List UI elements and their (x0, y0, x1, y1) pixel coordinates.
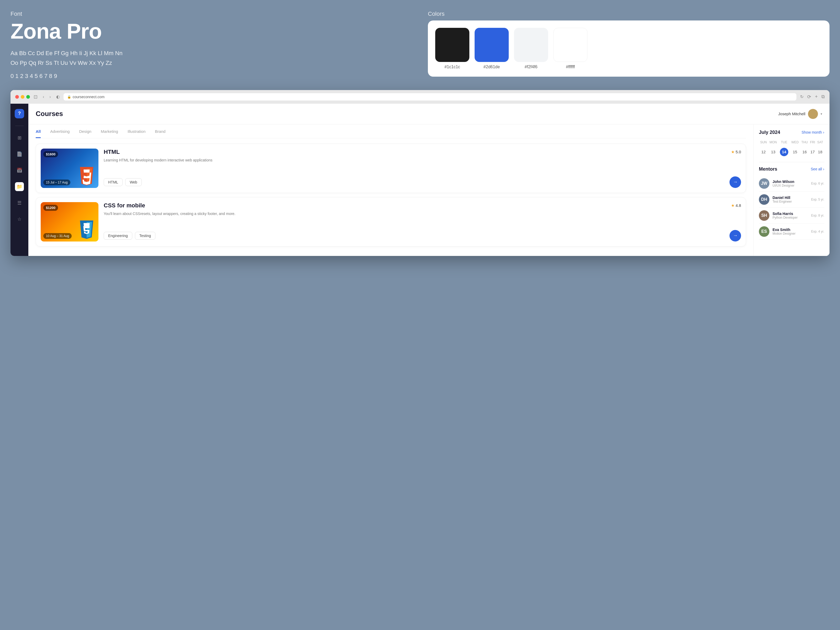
cal-date-13[interactable]: 13 (768, 146, 778, 158)
color-swatch-1 (435, 28, 469, 62)
mentor-name-1: John Wilson (772, 180, 808, 184)
course-date-1: 15 Jul – 17 Aug (43, 180, 70, 185)
color-hex-2: #2d61de (483, 65, 500, 69)
tabs: All Advertising Design Marketing Illustr… (36, 125, 746, 138)
course-rating-1: ★ 5.0 (731, 150, 741, 154)
cal-date-17[interactable]: 17 (809, 146, 816, 158)
sidebar-item-document[interactable]: 📄 (15, 150, 24, 159)
color-item-1: #1c1c1c (435, 28, 469, 69)
mentor-avatar-2: DH (759, 194, 769, 205)
mentors-header: Mentors See all › (759, 166, 824, 172)
share-icon[interactable]: ⟳ (807, 94, 811, 100)
color-item-2: #2d61de (475, 28, 509, 69)
course-card-css: $1200 10 Aug – 31 Aug (36, 197, 746, 246)
star-icon-2: ★ (731, 203, 734, 208)
app-layout: ? ⊞ 📄 📅 📁 ☰ ☆ Courses Joseph Mitchell (11, 104, 829, 256)
color-hex-4: #ffffff (566, 65, 575, 69)
color-swatch-3 (514, 28, 548, 62)
mentor-item-4: ES Eva Smith Motion Designer Exp. 4 yr. (759, 224, 824, 240)
browser-address-bar[interactable]: 🔒 courseconnect.com (63, 93, 797, 101)
cal-date-15[interactable]: 15 (790, 146, 800, 158)
see-all-label: See all (811, 167, 822, 171)
mentors-title: Mentors (759, 166, 777, 172)
cal-date-16[interactable]: 16 (800, 146, 809, 158)
course-image-html: $1600 15 Jul – 17 Aug (41, 148, 98, 188)
sidebar-item-grid[interactable]: ⊞ (15, 133, 24, 142)
mentor-exp-2: Exp. 5 yr. (811, 198, 824, 201)
tag-engineering[interactable]: Engineering (104, 232, 132, 240)
mentor-role-2: Test Engineer (772, 200, 808, 204)
mentor-info-3: Sofia Harris Python Developer (772, 212, 808, 219)
see-all-link[interactable]: See all › (811, 167, 824, 171)
course-info-css: CSS for mobile ★ 4.8 You'll learn about … (104, 202, 741, 242)
tab-marketing[interactable]: Marketing (101, 129, 118, 138)
sidebar-item-calendar[interactable]: 📅 (15, 166, 24, 175)
see-all-chevron-icon: › (823, 167, 824, 171)
mentor-avatar-placeholder-3: SH (759, 210, 769, 221)
cal-date-18[interactable]: 18 (816, 146, 824, 158)
mentor-item-3: SH Sofia Harris Python Developer Exp. 8 … (759, 208, 824, 224)
more-icon[interactable]: ⧉ (821, 94, 825, 99)
dot-red[interactable] (15, 95, 19, 99)
tab-illustration[interactable]: Illustration (128, 129, 145, 138)
cal-date-12[interactable]: 12 (759, 146, 768, 158)
mentor-name-4: Eva Smith (772, 227, 808, 232)
course-arrow-1[interactable]: → (729, 177, 741, 188)
course-title-row-1: HTML ★ 5.0 (104, 148, 741, 155)
tag-testing[interactable]: Testing (135, 232, 155, 240)
add-tab-icon[interactable]: + (815, 94, 818, 99)
tab-all[interactable]: All (36, 129, 41, 138)
sidebar-item-star[interactable]: ☆ (15, 215, 24, 224)
forward-button[interactable]: › (48, 94, 52, 100)
tab-advertising[interactable]: Advertising (50, 129, 69, 138)
cal-date-14[interactable]: 14 (778, 146, 790, 158)
sidebar-item-list[interactable]: ☰ (15, 199, 24, 207)
rating-value-2: 4.8 (736, 203, 741, 208)
app-header: Courses Joseph Mitchell ▾ (28, 104, 829, 125)
tab-design[interactable]: Design (79, 129, 92, 138)
sidebar-toggle-icon[interactable]: ⊡ (33, 94, 38, 100)
day-sat: SAT (816, 139, 824, 146)
mentor-avatar-4: ES (759, 226, 769, 237)
body-split: All Advertising Design Marketing Illustr… (28, 125, 829, 256)
font-label: Font (11, 11, 412, 17)
today-cell[interactable]: 14 (780, 148, 788, 156)
course-arrow-2[interactable]: → (729, 230, 741, 242)
day-mon: MON (768, 139, 778, 146)
course-info-html: HTML ★ 5.0 Learning HTML for developing … (104, 148, 741, 188)
browser-bar: ⊡ ‹ › ◐ 🔒 courseconnect.com ↻ ⟳ + ⧉ (11, 90, 829, 104)
mentor-role-3: Python Developer (772, 216, 808, 219)
font-name: Zona Pro (11, 21, 412, 42)
reload-icon[interactable]: ↻ (800, 94, 804, 99)
svg-point-0 (811, 111, 815, 114)
svg-marker-5 (84, 170, 90, 173)
css5-icon (77, 221, 96, 239)
course-rating-2: ★ 4.8 (731, 203, 741, 208)
browser-controls: ‹ › (41, 94, 52, 100)
tag-web[interactable]: Web (125, 178, 142, 186)
mentor-info-4: Eva Smith Motion Designer (772, 227, 808, 235)
mentor-exp-4: Exp. 4 yr. (811, 230, 824, 234)
dot-yellow[interactable] (21, 95, 24, 99)
course-date-2: 10 Aug – 31 Aug (43, 233, 72, 239)
top-section: Font Zona Pro Aa Bb Cc Dd Ee Ff Gg Hh Ii… (11, 11, 829, 79)
colors-card: #1c1c1c #2d61de #f2f4f6 #ffffff (428, 21, 829, 77)
calendar-month: July 2024 (759, 129, 780, 135)
browser-window: ⊡ ‹ › ◐ 🔒 courseconnect.com ↻ ⟳ + ⧉ ? ⊞ … (11, 90, 829, 256)
day-tue: TUE (778, 139, 790, 146)
dot-green[interactable] (26, 95, 30, 99)
course-tags-1: HTML Web (104, 178, 142, 186)
course-price-2: $1200 (43, 205, 58, 211)
browser-dots (15, 95, 30, 99)
color-item-4: #ffffff (553, 28, 587, 69)
chevron-down-icon[interactable]: ▾ (821, 112, 822, 116)
show-month-link[interactable]: Show month › (802, 130, 824, 134)
tag-html[interactable]: HTML (104, 178, 123, 186)
sidebar-logo[interactable]: ? (15, 109, 24, 118)
page-title: Courses (36, 110, 63, 118)
back-button[interactable]: ‹ (41, 94, 46, 100)
user-info: Joseph Mitchell ▾ (778, 109, 822, 119)
tab-brand[interactable]: Brand (155, 129, 165, 138)
mentor-name-2: Daniel Hill (772, 196, 808, 200)
sidebar-item-folder[interactable]: 📁 (15, 182, 24, 191)
